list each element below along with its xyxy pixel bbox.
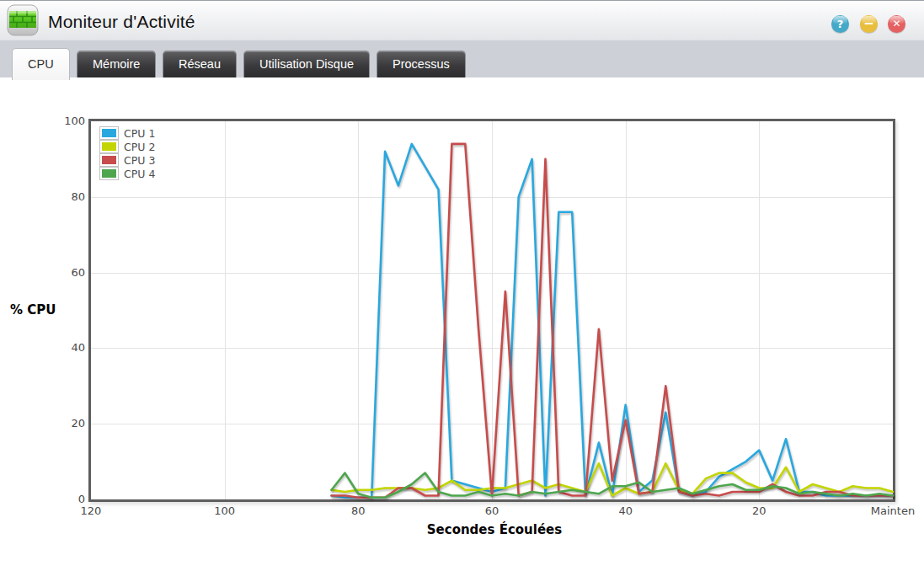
tab-r-seau[interactable]: Réseau [163, 51, 237, 77]
x-axis-tick-label: Mainten [863, 504, 922, 517]
legend-swatch [99, 153, 119, 167]
close-button[interactable]: ✕ [888, 15, 905, 33]
series-line-cpu-1 [332, 144, 893, 498]
y-axis-tick-label: 0 [51, 493, 85, 505]
legend-swatch [99, 126, 119, 140]
plot-area: CPU 1CPU 2CPU 3CPU 4 [88, 119, 895, 502]
y-axis-tick-label: 60 [51, 266, 85, 279]
minimize-icon: − [863, 16, 874, 31]
activity-monitor-window: Moniteur d'Activité ? − ✕ CPUMémoireRése… [0, 0, 924, 587]
y-axis-tick-label: 80 [51, 190, 85, 203]
legend-label: CPU 4 [124, 168, 155, 180]
x-axis-tick-label: 120 [61, 504, 120, 517]
window-title: Moniteur d'Activité [48, 1, 195, 40]
help-icon: ? [837, 18, 844, 30]
legend-swatch [99, 167, 119, 180]
minimize-button[interactable]: − [860, 15, 878, 33]
legend-label: CPU 1 [124, 127, 155, 140]
tab-cpu[interactable]: CPU [12, 48, 70, 80]
tab-bar: CPUMémoireRéseauUtilisation DisqueProces… [0, 40, 924, 77]
legend-label: CPU 3 [124, 154, 155, 167]
x-axis-title: Secondes Écoulées [368, 522, 621, 537]
tab-m-moire[interactable]: Mémoire [77, 51, 156, 77]
x-axis-tick-label: 60 [462, 504, 521, 517]
tab-processus[interactable]: Processus [377, 51, 466, 77]
legend-swatch [99, 140, 119, 153]
y-axis-tick-label: 20 [51, 417, 85, 430]
app-icon [7, 4, 39, 36]
x-axis-tick-label: 80 [328, 504, 387, 517]
series-lines [91, 121, 893, 499]
x-axis-tick-label: 40 [596, 504, 655, 517]
y-axis-tick-label: 100 [51, 115, 85, 127]
x-axis-tick-label: 100 [195, 504, 254, 517]
legend-item-cpu-4: CPU 4 [99, 167, 155, 180]
close-icon: ✕ [892, 18, 900, 29]
window-titlebar: Moniteur d'Activité ? − ✕ [0, 0, 924, 40]
legend-item-cpu-2: CPU 2 [99, 140, 155, 153]
help-button[interactable]: ? [831, 15, 849, 33]
y-axis-title: % CPU [10, 302, 77, 318]
chart-legend: CPU 1CPU 2CPU 3CPU 4 [99, 126, 155, 180]
series-line-cpu-3 [332, 144, 893, 498]
legend-label: CPU 2 [124, 141, 155, 153]
x-axis-tick-label: 20 [729, 504, 788, 517]
legend-item-cpu-1: CPU 1 [99, 126, 155, 140]
legend-item-cpu-3: CPU 3 [99, 153, 155, 167]
y-axis-tick-label: 40 [51, 341, 85, 354]
tab-utilisation-disque[interactable]: Utilisation Disque [243, 51, 370, 77]
